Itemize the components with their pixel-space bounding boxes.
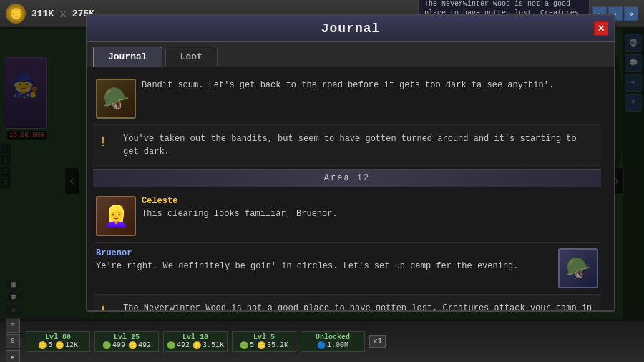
modal-title-bar: Journal ✕: [87, 16, 614, 42]
res-item-1a: 🪙 5: [38, 341, 52, 350]
message-text-2: This clearing looks familiar, Bruenor.: [142, 207, 598, 220]
char-level-2: Lvl 25: [114, 333, 140, 341]
char-resources-3: 🟢 492 🪙 3.51K: [167, 341, 224, 350]
system-text-1: You've taken out the bandits, but seem t…: [123, 132, 595, 158]
char-level-5: Unlocked: [316, 333, 350, 341]
char-slot-3[interactable]: Lvl 10 🟢 492 🪙 3.51K: [163, 331, 228, 352]
res-item-2b: 🪙 492: [128, 341, 151, 350]
journal-entry-3: 🪖 Bruenor Ye're right. We definitely be …: [93, 243, 601, 295]
char-resources-5: 🔵 1.00M: [317, 341, 348, 350]
gold-coin-icon: 🪙: [6, 4, 26, 24]
char-level-4: Lvl 5: [253, 333, 275, 341]
res-item-2a: 🟢 499: [102, 341, 125, 350]
res-icon-4a: 🟢: [240, 341, 248, 350]
message-block-3: Bruenor Ye're right. We definitely be go…: [96, 248, 552, 273]
res-icon-2a: 🟢: [102, 341, 111, 350]
res-val-3a: 492: [177, 341, 190, 349]
bottom-left-controls: ≡ $ ▶: [6, 318, 20, 362]
res-val-1b: 12K: [65, 341, 78, 349]
res-item-3b: 🪙 3.51K: [192, 341, 224, 350]
char-resources-1: 🪙 5 🪙 12K: [38, 341, 78, 350]
gold-icon-1: 🪙: [38, 341, 47, 350]
res-icon-1b: 🪙: [55, 341, 64, 350]
res-val-2b: 492: [138, 341, 151, 349]
speaker-celeste: Celeste: [142, 196, 598, 206]
res-item-5a: 🔵 1.00M: [317, 341, 348, 350]
res-icon-2b: 🪙: [128, 341, 137, 350]
multiplier-badge[interactable]: x1: [369, 335, 386, 348]
message-text-1: Bandit scum. Let's get back to the road …: [142, 79, 598, 92]
message-text-3: Ye're right. We definitely be goin' in c…: [96, 260, 552, 273]
bottom-icon-flag[interactable]: ▶: [6, 350, 20, 362]
res-item-3a: 🟢 492: [167, 341, 190, 350]
tab-journal[interactable]: Journal: [93, 47, 162, 67]
message-block-1: Bandit scum. Let's get back to the road …: [142, 79, 598, 92]
nav-fast-forward-button[interactable]: »: [624, 6, 638, 21]
res-item-1b: 🪙 12K: [55, 341, 78, 350]
system-message-2: ! The Neverwinter Wood is not a good pla…: [93, 295, 601, 310]
res-val-4b: 35.2K: [267, 341, 288, 349]
speaker-bruenor: Bruenor: [96, 248, 552, 258]
warning-icon-1: !: [99, 134, 116, 150]
tab-loot[interactable]: Loot: [165, 47, 218, 67]
sword-icon: ⚔: [59, 6, 67, 21]
journal-entry-1: 🪖 Bandit scum. Let's get back to the roa…: [93, 73, 601, 125]
char-slot-2[interactable]: Lvl 25 🟢 499 🪙 492: [94, 331, 159, 352]
res-icon-3a: 🟢: [167, 341, 175, 350]
journal-scroll-area[interactable]: 🪖 Bandit scum. Let's get back to the roa…: [87, 67, 607, 310]
res-icon-3b: 🪙: [192, 341, 201, 350]
modal-tabs: Journal Loot: [87, 42, 614, 67]
res-icon-5a: 🔵: [317, 341, 326, 350]
res-val-2a: 499: [112, 341, 125, 349]
char-level-3: Lvl 10: [182, 333, 208, 341]
journal-content: 🪖 Bandit scum. Let's get back to the roa…: [87, 67, 614, 310]
message-block-2: Celeste This clearing looks familiar, Br…: [142, 196, 598, 220]
res-item-4b: 🪙 35.2K: [257, 341, 288, 350]
top-bar-left: 🪙 311K ⚔ 275K: [6, 4, 94, 24]
warning-icon-2: !: [99, 303, 116, 310]
system-message-1: ! You've taken out the bandits, but seem…: [93, 125, 601, 166]
char-slot-5[interactable]: Unlocked 🔵 1.00M: [301, 331, 365, 352]
modal-title: Journal: [321, 21, 381, 36]
portrait-bruenor-2: 🪖: [558, 248, 598, 288]
res-val-4a: 5: [250, 341, 254, 349]
res-val-3b: 3.51K: [203, 341, 224, 349]
bottom-icon-settings[interactable]: $: [6, 334, 20, 348]
gold-value: 311K: [31, 9, 54, 19]
char-resources-4: 🟢 5 🪙 35.2K: [240, 341, 288, 350]
res-val-1a: 5: [48, 341, 52, 349]
modal-close-button[interactable]: ✕: [594, 21, 608, 36]
res-icon-4b: 🪙: [257, 341, 265, 350]
char-slot-1[interactable]: Lvl 80 🪙 5 🪙 12K: [26, 331, 90, 352]
journal-modal: Journal ✕ Journal Loot 🪖 Bandit scum. Le…: [86, 14, 615, 312]
bottom-icon-menu[interactable]: ≡: [6, 318, 20, 333]
area-divider-12: Area 12: [93, 169, 601, 187]
res-item-4a: 🟢 5: [240, 341, 254, 350]
system-text-2: The Neverwinter Wood is not a good place…: [123, 302, 595, 310]
bottom-bar: ≡ $ ▶ Lvl 80 🪙 5 🪙 12K Lvl 25 🟢 499 🪙: [0, 319, 644, 362]
portrait-celeste: 👱‍♀️: [96, 196, 136, 236]
portrait-bruenor-1: 🪖: [96, 79, 136, 119]
journal-entry-2: 👱‍♀️ Celeste This clearing looks familia…: [93, 190, 601, 243]
char-resources-2: 🟢 499 🪙 492: [102, 341, 151, 350]
char-level-1: Lvl 80: [45, 333, 71, 341]
char-slot-4[interactable]: Lvl 5 🟢 5 🪙 35.2K: [232, 331, 296, 352]
gold-display: 311K: [31, 9, 54, 19]
res-val-5a: 1.00M: [327, 341, 348, 349]
